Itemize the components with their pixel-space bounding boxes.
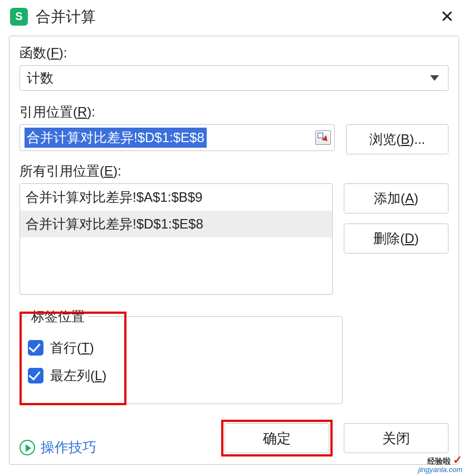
delete-label-post: ) <box>415 231 419 246</box>
add-label-hotkey: A <box>405 191 414 206</box>
all-refs-label: 所有引用位置(E): <box>20 162 448 180</box>
browse-label-hotkey: B <box>401 132 410 147</box>
watermark-url: jingyanla.com <box>418 465 463 474</box>
all-refs-label-pre: 所有引用位置( <box>20 163 104 178</box>
delete-button[interactable]: 删除(D) <box>344 224 448 254</box>
play-circle-icon <box>20 440 35 455</box>
function-select[interactable]: 计数 <box>20 65 448 91</box>
add-label-pre: 添加( <box>374 190 405 207</box>
range-picker-icon[interactable] <box>315 130 331 145</box>
all-refs-label-post: ): <box>113 163 121 178</box>
dialog-footer: 操作技巧 确定 关闭 <box>20 438 448 456</box>
chevron-down-icon <box>430 75 439 81</box>
reference-label-post: ): <box>87 104 95 119</box>
add-label-post: ) <box>414 191 418 206</box>
dialog-body: 函数(F): 计数 引用位置(R): 合并计算对比差异!$D$1:$E$8 浏览… <box>9 36 459 465</box>
list-item[interactable]: 合并计算对比差异!$A$1:$B$9 <box>20 184 332 211</box>
browse-label-pre: 浏览( <box>369 130 401 148</box>
delete-label-hotkey: D <box>404 231 414 246</box>
function-label-hotkey: F <box>51 45 59 60</box>
function-value: 计数 <box>27 69 53 87</box>
reference-label-hotkey: R <box>77 104 87 119</box>
all-references-listbox[interactable]: 合并计算对比差异!$A$1:$B$9 合并计算对比差异!$D$1:$E$8 <box>20 183 333 295</box>
dialog-title: 合并计算 <box>36 7 436 27</box>
ok-button[interactable]: 确定 <box>225 423 329 453</box>
all-refs-label-hotkey: E <box>104 163 113 178</box>
function-label-post: ): <box>59 45 67 60</box>
tips-label: 操作技巧 <box>41 438 96 456</box>
reference-input-text: 合并计算对比差异!$D$1:$E$8 <box>25 128 207 148</box>
titlebar: S 合并计算 ✕ <box>0 0 468 33</box>
delete-label-pre: 删除( <box>373 230 404 247</box>
reference-input[interactable]: 合并计算对比差异!$D$1:$E$8 <box>20 124 335 151</box>
browse-button[interactable]: 浏览(B)... <box>346 124 448 154</box>
consolidate-dialog: S 合并计算 ✕ 函数(F): 计数 引用位置(R): 合并计算对比差异!$D$… <box>0 0 468 476</box>
function-label-pre: 函数( <box>20 45 51 60</box>
list-item[interactable]: 合并计算对比差异!$D$1:$E$8 <box>20 211 332 237</box>
app-icon: S <box>10 8 28 26</box>
highlight-box-labels <box>20 312 126 405</box>
close-button[interactable]: 关闭 <box>344 423 448 453</box>
function-label: 函数(F): <box>20 44 448 62</box>
highlight-box-ok: 确定 <box>221 420 333 456</box>
reference-label-pre: 引用位置( <box>20 104 77 119</box>
close-icon[interactable]: ✕ <box>436 6 458 28</box>
tips-link[interactable]: 操作技巧 <box>20 438 96 456</box>
reference-label: 引用位置(R): <box>20 103 448 121</box>
add-button[interactable]: 添加(A) <box>344 183 448 213</box>
browse-label-post: )... <box>410 132 425 147</box>
